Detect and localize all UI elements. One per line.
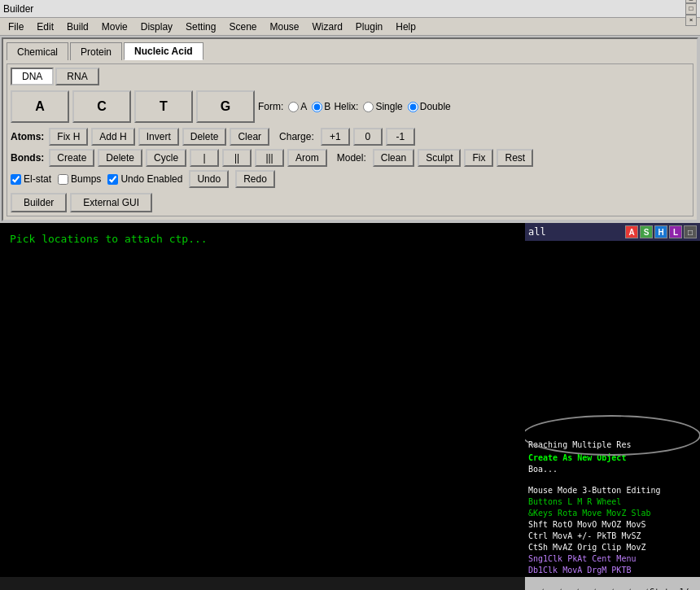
content-area: DNA RNA A C T G Form: A B — [7, 63, 693, 216]
model-fix[interactable]: Fix — [464, 149, 493, 167]
sub-tab-rna[interactable]: RNA — [55, 68, 98, 85]
tab-protein[interactable]: Protein — [70, 42, 122, 60]
bonds-triple[interactable]: ||| — [255, 149, 284, 167]
nucleotide-T[interactable]: T — [134, 90, 193, 123]
close-button[interactable]: × — [685, 15, 697, 26]
info-section: Mouse Mode 3-Button Editing Buttons L M … — [528, 485, 697, 577]
main-window: Chemical Protein Nucleic Acid DNA RNA A … — [2, 37, 698, 221]
helix-label: Helix: — [334, 101, 358, 112]
create-new-object-line: Create As New Object — [528, 452, 697, 464]
helix-radio-double[interactable] — [408, 102, 418, 112]
menu-plugin[interactable]: Plugin — [349, 20, 389, 34]
checkbox-elstat[interactable]: El-stat — [11, 173, 51, 185]
checkbox-row: El-stat Bumps Undo Enabled Undo Redo — [11, 170, 689, 188]
bonds-delete[interactable]: Delete — [98, 149, 142, 167]
builder-row: Builder External GUI — [11, 193, 689, 212]
menu-file[interactable]: File — [2, 20, 30, 34]
bumps-checkbox[interactable] — [58, 174, 68, 185]
form-label: Form: — [258, 101, 283, 112]
tab-chemical[interactable]: Chemical — [7, 42, 68, 60]
atoms-add-h[interactable]: Add H — [91, 128, 134, 146]
title-controls: _ □ × — [685, 0, 697, 26]
menu-mouse[interactable]: Mouse — [263, 20, 305, 34]
helix-group: Helix: Single Double — [334, 101, 450, 112]
atoms-fix-h[interactable]: Fix H — [49, 128, 88, 146]
charge-minus1[interactable]: -1 — [386, 128, 415, 146]
right-panel-content: Reaching Multiple Res Create As New Obje… — [525, 241, 700, 577]
atoms-invert[interactable]: Invert — [138, 128, 179, 146]
menu-edit[interactable]: Edit — [30, 20, 60, 34]
checkbox-bumps[interactable]: Bumps — [58, 173, 101, 185]
form-radio-B[interactable] — [312, 102, 322, 112]
nucleotide-G[interactable]: G — [196, 90, 255, 123]
external-gui-button[interactable]: External GUI — [70, 193, 152, 212]
info-shft-line: Shft RotO MovO MvOZ MovS — [528, 519, 697, 531]
sub-tab-dna[interactable]: DNA — [11, 68, 54, 85]
bottom-area: PyMOL> _ ⏮ ⏪ ⏹ ⏵ ⏩ ⏭ ⏺ State 1/ 1 — [0, 577, 700, 590]
undo-checkbox[interactable] — [107, 174, 118, 185]
info-keys-line: &Keys Rota Move MovZ Slab — [528, 508, 697, 519]
tab-nucleic-acid[interactable]: Nucleic Acid — [124, 42, 203, 60]
model-clean[interactable]: Clean — [373, 149, 414, 167]
atoms-row: Atoms: Fix H Add H Invert Delete Clear C… — [11, 128, 689, 146]
bonds-row: Bonds: Create Delete Cycle | || ||| Arom… — [11, 149, 689, 167]
helix-double[interactable]: Double — [408, 101, 451, 112]
menu-help[interactable]: Help — [389, 20, 422, 34]
form-A-label: A — [300, 101, 307, 112]
menu-wizard[interactable]: Wizard — [306, 20, 349, 34]
viewport-container: Pick locations to attach ctp... all A S … — [0, 223, 700, 577]
bonds-double[interactable]: || — [222, 149, 252, 167]
right-panel-icons: A S H L □ — [625, 225, 697, 238]
bonds-label: Bonds: — [11, 152, 44, 164]
nucleotide-C[interactable]: C — [72, 90, 131, 123]
checkbox-undo[interactable]: Undo Enabled — [107, 173, 182, 185]
charge-plus1[interactable]: +1 — [321, 128, 350, 146]
atoms-clear[interactable]: Clear — [230, 128, 269, 146]
bonds-cycle[interactable]: Cycle — [146, 149, 186, 167]
boa-line: Boa... — [528, 464, 697, 475]
info-mode-line: Mouse Mode 3-Button Editing — [528, 485, 697, 496]
form-B-label: B — [324, 101, 330, 112]
form-radio-A[interactable] — [288, 102, 299, 112]
elstat-checkbox[interactable] — [11, 174, 21, 185]
panel-icon-S[interactable]: S — [640, 225, 653, 238]
info-picking-line: Picking Atoms (and Joints) — [528, 576, 697, 577]
charge-zero[interactable]: 0 — [353, 128, 383, 146]
bumps-label: Bumps — [71, 173, 101, 185]
menu-setting[interactable]: Setting — [179, 20, 222, 34]
info-dbl-line: Db1Clk MovA DrgM PKTB — [528, 565, 697, 576]
menu-movie[interactable]: Movie — [95, 20, 134, 34]
nucleotide-A[interactable]: A — [11, 90, 69, 123]
panel-icon-L[interactable]: L — [669, 225, 682, 238]
builder-button[interactable]: Builder — [11, 193, 67, 212]
form-option-B[interactable]: B — [312, 101, 330, 112]
menu-display[interactable]: Display — [134, 20, 179, 34]
info-ctrl-line: Ctrl MovA +/- PkTB MvSZ — [528, 531, 697, 542]
panel-icon-H[interactable]: H — [654, 225, 667, 238]
helix-single[interactable]: Single — [363, 101, 402, 112]
right-panel-header: all A S H L □ — [525, 223, 700, 241]
sub-tabs: DNA RNA — [11, 68, 689, 85]
bonds-single[interactable]: | — [190, 149, 219, 167]
bonds-create[interactable]: Create — [49, 149, 94, 167]
model-rest[interactable]: Rest — [497, 149, 533, 167]
form-option-A[interactable]: A — [288, 101, 307, 112]
right-panel: all A S H L □ Reaching Multiple Res Crea… — [525, 223, 700, 577]
charge-label: Charge: — [279, 131, 314, 142]
helix-radio-single[interactable] — [363, 102, 374, 112]
maximize-button[interactable]: □ — [685, 3, 697, 15]
helix-single-label: Single — [375, 101, 402, 112]
info-sngl-line: Sng1Clk PkAt Cent Menu — [528, 553, 697, 565]
model-sculpt[interactable]: Sculpt — [418, 149, 461, 167]
bonds-arom[interactable]: Arom — [287, 149, 327, 167]
panel-icon-A[interactable]: A — [625, 225, 638, 238]
panel-icon-square[interactable]: □ — [684, 225, 697, 238]
redo-button[interactable]: Redo — [235, 170, 275, 188]
menu-scene[interactable]: Scene — [222, 20, 263, 34]
viewport[interactable]: Pick locations to attach ctp... — [0, 223, 525, 577]
undo-button[interactable]: Undo — [189, 170, 229, 188]
atoms-delete[interactable]: Delete — [182, 128, 227, 146]
menu-build[interactable]: Build — [60, 20, 95, 34]
viewport-message: Pick locations to attach ctp... — [10, 233, 208, 245]
title-bar: Builder _ □ × — [0, 0, 700, 18]
